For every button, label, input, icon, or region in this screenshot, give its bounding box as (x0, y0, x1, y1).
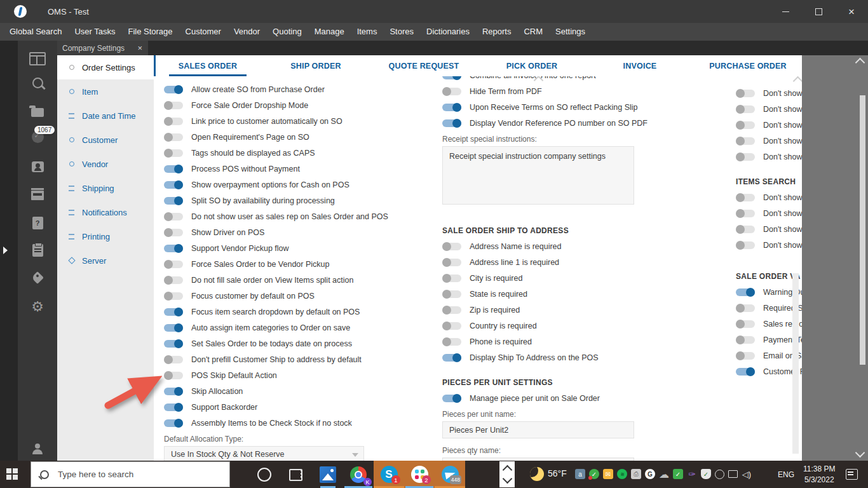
onedrive-icon[interactable]: ☁ (659, 469, 669, 479)
taskbar-scroll-strip[interactable] (499, 461, 515, 487)
task-view-icon[interactable] (289, 469, 302, 481)
contacts-icon[interactable] (18, 161, 57, 172)
close-button[interactable]: × (835, 0, 868, 23)
cortana-icon[interactable] (257, 468, 271, 482)
settings-nav-item[interactable]: Date and Time (57, 104, 154, 128)
order-type-tab[interactable]: QUOTE REQUEST (370, 55, 478, 76)
network-icon[interactable] (728, 470, 738, 478)
spotify-icon[interactable]: ≋ (617, 469, 627, 479)
menu-item[interactable]: Items (351, 23, 384, 41)
defender-shield-icon[interactable]: ✓ (701, 469, 711, 479)
toggle-switch[interactable] (736, 288, 755, 296)
antivirus-icon[interactable]: ✓ (673, 469, 683, 479)
toggle-switch[interactable] (164, 118, 183, 125)
order-type-tab[interactable]: SHIP ORDER (262, 55, 370, 76)
menu-item[interactable]: Vendor (227, 23, 266, 41)
settings-nav-item[interactable]: Server (57, 248, 154, 273)
menu-item[interactable]: Quoting (266, 23, 308, 41)
menu-item[interactable]: Dictionaries (420, 23, 476, 41)
toggle-switch[interactable] (164, 245, 183, 252)
toggle-switch[interactable] (164, 308, 183, 316)
toggle-switch[interactable] (442, 88, 461, 95)
order-type-tab[interactable]: SALES ORDER (154, 55, 262, 76)
toggle-switch[interactable] (442, 395, 461, 402)
toggle-switch[interactable] (736, 241, 755, 249)
settings-nav-item[interactable]: Customer (57, 128, 154, 152)
toggle-switch[interactable] (736, 304, 755, 312)
toggle-switch[interactable] (736, 105, 755, 113)
clipboard-icon[interactable] (18, 244, 57, 257)
toggle-switch[interactable] (736, 137, 755, 145)
meet-now-icon[interactable] (715, 470, 724, 479)
todo-check-icon[interactable]: ✓ (589, 469, 599, 479)
column3-scrollbar[interactable] (792, 273, 799, 454)
toggle-switch[interactable] (442, 119, 461, 127)
toggle-switch[interactable] (164, 276, 183, 284)
toggle-switch[interactable] (164, 213, 183, 220)
toggle-switch[interactable] (164, 372, 183, 379)
settings-nav-item[interactable]: Notifications (57, 200, 154, 224)
menu-item[interactable]: CRM (517, 23, 549, 41)
toggle-switch[interactable] (164, 86, 183, 93)
toggle-switch[interactable] (164, 388, 183, 395)
dashboard-icon[interactable] (18, 52, 57, 65)
menu-item[interactable]: Settings (549, 23, 592, 41)
menu-item[interactable]: User Tasks (68, 23, 121, 41)
toggle-switch[interactable] (442, 306, 461, 314)
scroll-up-indicator-icon[interactable] (793, 76, 802, 86)
toggle-switch[interactable] (164, 149, 183, 157)
action-center-icon[interactable] (846, 469, 858, 480)
search-icon[interactable] (18, 78, 57, 88)
taskbar-app-telegram[interactable]: 448 (435, 461, 465, 488)
toggle-switch[interactable] (442, 259, 461, 266)
toggle-switch[interactable] (164, 356, 183, 363)
printer-icon[interactable]: ⎙ (631, 469, 641, 479)
toggle-switch[interactable] (442, 290, 461, 298)
scroll-up-arrow-icon[interactable] (855, 58, 865, 68)
help-clipboard-icon[interactable]: ? (18, 217, 57, 229)
toggle-switch[interactable] (164, 292, 183, 300)
toggle-switch[interactable] (736, 210, 755, 217)
toggle-switch[interactable] (736, 90, 755, 97)
toggle-switch[interactable] (164, 197, 183, 205)
g-circle-icon[interactable]: G (645, 469, 655, 479)
tasks-clock-icon[interactable]: 1067 (18, 131, 57, 143)
document-tab[interactable]: Company Settings × (55, 41, 148, 55)
weather-temperature[interactable]: 56°F (548, 468, 567, 478)
toggle-switch[interactable] (736, 368, 755, 376)
toggle-switch[interactable] (164, 133, 183, 141)
toggle-switch[interactable] (442, 76, 461, 79)
toggle-switch[interactable] (164, 181, 183, 189)
start-button[interactable] (6, 468, 18, 480)
folders-icon[interactable] (18, 105, 57, 117)
toggle-switch[interactable] (736, 121, 755, 129)
receipt-instructions-textarea[interactable]: Receipt special instruction company sett… (442, 146, 634, 205)
scroll-down-arrow-icon[interactable] (855, 448, 865, 458)
toggle-switch[interactable] (442, 338, 461, 346)
toggle-switch[interactable] (164, 165, 183, 173)
taskbar-app-skype[interactable]: S 1 (374, 461, 404, 488)
settings-nav-item[interactable]: Shipping (57, 176, 154, 200)
gear-icon[interactable]: ⚙ (18, 300, 57, 314)
tag-icon[interactable] (18, 273, 57, 282)
menu-item[interactable]: File Storage (121, 23, 179, 41)
toggle-switch[interactable] (164, 403, 183, 411)
order-type-tab[interactable]: PICK ORDER (478, 55, 586, 76)
toggle-switch[interactable] (164, 229, 183, 236)
user-icon[interactable] (18, 444, 57, 455)
minimize-button[interactable] (769, 0, 802, 23)
order-type-tab[interactable]: PURCHASE ORDER (694, 55, 802, 76)
taskbar-app-photos[interactable] (313, 461, 343, 488)
settings-nav-item[interactable]: Printing (57, 224, 154, 248)
toggle-switch[interactable] (164, 324, 183, 332)
translate-icon[interactable]: a (575, 469, 585, 479)
volume-icon[interactable]: ◁) (742, 469, 752, 479)
menu-item[interactable]: Reports (476, 23, 518, 41)
pieces-per-unit-name-input[interactable] (442, 421, 634, 438)
mail-icon[interactable]: ✉ (603, 469, 613, 479)
toggle-switch[interactable] (736, 194, 755, 201)
toggle-switch[interactable] (736, 226, 755, 233)
toggle-switch[interactable] (736, 352, 755, 360)
page-scrollbar-thumb[interactable] (860, 95, 865, 365)
settings-nav-item[interactable]: Order Settings (57, 55, 154, 79)
